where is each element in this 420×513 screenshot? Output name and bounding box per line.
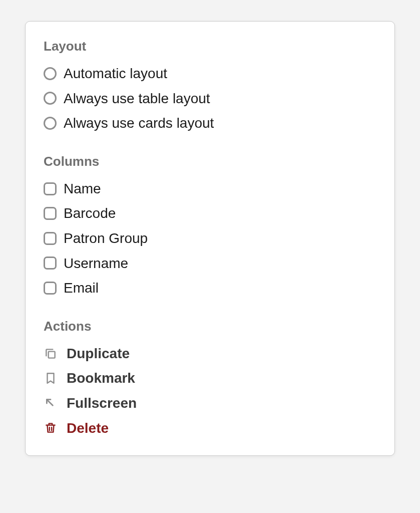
column-option-label: Barcode <box>64 205 116 222</box>
svg-rect-0 <box>49 351 55 358</box>
action-label: Duplicate <box>67 345 130 362</box>
column-option-email[interactable]: Email <box>44 276 376 301</box>
dropdown-panel: Layout Automatic layout Always use table… <box>25 21 395 456</box>
columns-section-header: Columns <box>44 154 376 169</box>
checkbox-icon <box>44 207 57 220</box>
action-label: Fullscreen <box>67 395 137 412</box>
duplicate-icon <box>44 347 58 361</box>
action-label: Bookmark <box>67 370 135 387</box>
column-option-label: Email <box>64 280 99 297</box>
layout-section-header: Layout <box>44 39 376 54</box>
layout-option-label: Always use cards layout <box>64 115 214 132</box>
column-option-username[interactable]: Username <box>44 251 376 276</box>
layout-option-label: Always use table layout <box>64 90 210 107</box>
layout-option-label: Automatic layout <box>64 65 167 82</box>
radio-icon <box>44 67 57 80</box>
action-duplicate[interactable]: Duplicate <box>44 341 376 366</box>
trash-icon <box>44 421 58 435</box>
action-label: Delete <box>67 420 109 437</box>
checkbox-icon <box>44 282 57 295</box>
column-option-barcode[interactable]: Barcode <box>44 201 376 226</box>
radio-icon <box>44 92 57 105</box>
action-bookmark[interactable]: Bookmark <box>44 366 376 391</box>
bookmark-icon <box>44 371 58 385</box>
checkbox-icon <box>44 256 57 270</box>
layout-option-table[interactable]: Always use table layout <box>44 86 376 111</box>
checkbox-icon <box>44 232 57 245</box>
column-option-label: Username <box>64 255 128 272</box>
column-option-label: Name <box>64 180 101 197</box>
checkbox-icon <box>44 182 57 195</box>
layout-option-cards[interactable]: Always use cards layout <box>44 111 376 136</box>
column-option-patron-group[interactable]: Patron Group <box>44 226 376 251</box>
actions-section-header: Actions <box>44 319 376 334</box>
layout-option-automatic[interactable]: Automatic layout <box>44 61 376 86</box>
action-delete[interactable]: Delete <box>44 416 376 441</box>
action-fullscreen[interactable]: Fullscreen <box>44 391 376 416</box>
column-option-label: Patron Group <box>64 230 148 247</box>
fullscreen-icon <box>44 396 58 410</box>
column-option-name[interactable]: Name <box>44 176 376 201</box>
radio-icon <box>44 117 57 130</box>
